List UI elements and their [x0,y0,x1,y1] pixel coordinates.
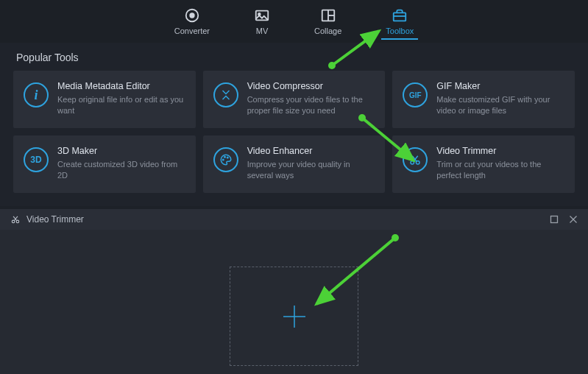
tool-desc: Create customized 3D video from 2D [57,159,185,181]
nav-collage[interactable]: Collage [310,6,346,40]
maximize-icon[interactable] [550,215,559,224]
gif-icon: GIF [403,82,428,107]
bullseye-icon [184,7,200,24]
tool-video-enhancer[interactable]: Video Enhancer Improve your video qualit… [203,135,386,193]
tools-area: i Media Metadata Editor Keep original fi… [0,71,588,206]
nav-converter[interactable]: Converter [170,6,214,40]
svg-point-1 [190,13,194,18]
svg-rect-7 [394,13,406,21]
tool-desc: Improve your video quality in several wa… [247,159,375,181]
image-icon [254,7,270,24]
svg-point-9 [222,159,224,160]
top-nav: Converter MV Collage Toolbox [0,0,588,43]
tools-grid: i Media Metadata Editor Keep original fi… [13,71,575,193]
nav-label: Converter [174,27,210,35]
tool-video-compressor[interactable]: Video Compressor Compress your video fil… [203,71,386,128]
tool-desc: Compress your video files to the proper … [247,94,375,116]
info-icon: i [24,82,49,107]
section-title: Popular Tools [0,43,588,71]
tool-video-trimmer[interactable]: Video Trimmer Trim or cut your videos to… [392,135,575,193]
plus-icon [280,302,309,331]
nav-label: MV [256,27,269,35]
nav-mv[interactable]: MV [249,6,274,40]
trimmer-body [0,230,588,374]
tool-gif-maker[interactable]: GIF GIF Maker Make customized GIF with y… [392,71,575,128]
video-trimmer-window: Video Trimmer [0,209,588,374]
svg-rect-20 [551,216,558,223]
3d-icon: 3D [24,147,49,172]
nav-label: Toolbox [386,27,414,35]
tool-media-metadata-editor[interactable]: i Media Metadata Editor Keep original fi… [13,71,196,128]
nav-toolbox[interactable]: Toolbox [381,6,418,40]
close-icon[interactable] [569,215,578,224]
scissors-icon [10,214,21,225]
tool-3d-maker[interactable]: 3D 3D Maker Create customized 3D video f… [13,135,196,193]
toolbox-icon [392,7,408,24]
tool-desc: Make customized GIF with your video or i… [436,94,564,116]
tool-title: Video Compressor [247,81,375,91]
grid-icon [320,7,336,24]
svg-point-11 [227,157,228,158]
scissors-icon [403,147,428,172]
tool-title: Video Trimmer [436,146,564,156]
window-controls [550,215,578,224]
trimmer-header: Video Trimmer [0,209,588,230]
palette-icon [213,147,238,172]
tool-title: GIF Maker [436,81,564,91]
svg-point-10 [224,157,225,158]
nav-label: Collage [314,27,341,35]
tool-title: 3D Maker [57,146,185,156]
add-file-dropzone[interactable] [230,267,358,366]
tool-title: Media Metadata Editor [57,81,185,91]
compress-icon [213,82,238,107]
trimmer-title: Video Trimmer [26,214,84,225]
tool-title: Video Enhancer [247,146,375,156]
tool-desc: Trim or cut your videos to the perfect l… [436,159,564,181]
tool-desc: Keep original file info or edit as you w… [57,94,185,116]
